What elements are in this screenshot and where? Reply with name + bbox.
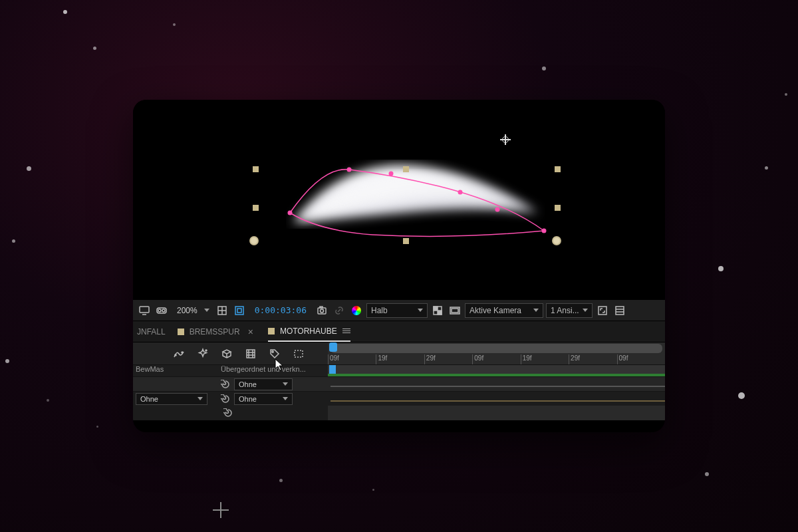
monitor-icon[interactable] bbox=[137, 303, 152, 318]
ruler-tick-label: 09f bbox=[617, 354, 665, 364]
chevron-down-icon bbox=[418, 309, 423, 312]
ruler-tick-label: 29f bbox=[424, 354, 472, 364]
transform-corner-handle[interactable] bbox=[249, 236, 259, 245]
resolution-dropdown[interactable]: Halb bbox=[366, 303, 428, 318]
resolution-value: Halb bbox=[371, 306, 388, 315]
parent-value: Ohne bbox=[239, 380, 257, 388]
graph-editor-icon[interactable] bbox=[173, 348, 185, 360]
pickwhip-icon[interactable] bbox=[221, 394, 230, 404]
tab-label: JNFALL bbox=[137, 327, 166, 336]
svg-rect-21 bbox=[438, 311, 442, 315]
filmstrip-icon[interactable] bbox=[245, 348, 257, 360]
close-icon[interactable]: × bbox=[245, 327, 256, 337]
chevron-down-icon bbox=[583, 309, 588, 312]
track-matte-value: Ohne bbox=[140, 395, 158, 403]
svg-rect-24 bbox=[598, 307, 606, 315]
safe-zones-icon[interactable] bbox=[448, 303, 462, 318]
parent-dropdown[interactable]: Ohne bbox=[234, 378, 293, 390]
region-icon[interactable] bbox=[293, 348, 305, 360]
parent-dropdown[interactable]: Ohne bbox=[234, 393, 293, 405]
track-matte-dropdown[interactable]: Ohne bbox=[136, 393, 207, 405]
svg-rect-23 bbox=[452, 309, 458, 313]
tag-icon[interactable] bbox=[269, 348, 281, 360]
channels-icon[interactable] bbox=[612, 303, 627, 318]
after-effects-window: 200% 0:00:03:06 Halb Aktive Kamera 1 Ans… bbox=[133, 100, 665, 432]
svg-point-36 bbox=[272, 350, 273, 352]
crosshair-decoration bbox=[213, 502, 229, 518]
work-area-bar[interactable] bbox=[331, 344, 662, 353]
layer-duration-bar[interactable] bbox=[331, 400, 665, 402]
camera-dropdown[interactable]: Aktive Kamera bbox=[465, 303, 543, 318]
camera-value: Aktive Kamera bbox=[469, 306, 521, 315]
time-ruler[interactable]: 09f 19f 29f 09f 19f 29f 09f bbox=[328, 342, 665, 364]
ruler-tick-label: 19f bbox=[376, 354, 424, 364]
timeline-column-headers: BewMas Übergeordnet und verkn... bbox=[133, 364, 665, 376]
playhead[interactable] bbox=[329, 342, 337, 352]
svg-point-30 bbox=[205, 350, 207, 351]
svg-rect-25 bbox=[616, 307, 624, 315]
comp-color-swatch bbox=[178, 329, 184, 335]
layer-row[interactable]: Ohne bbox=[133, 376, 665, 391]
track-header-area bbox=[328, 365, 665, 376]
views-dropdown[interactable]: 1 Ansi... bbox=[546, 303, 593, 318]
zoom-dropdown[interactable]: 200% bbox=[172, 306, 212, 315]
pickwhip-icon[interactable] bbox=[223, 408, 233, 418]
svg-rect-20 bbox=[434, 307, 438, 311]
transform-handle[interactable] bbox=[555, 205, 561, 211]
timeline-footer bbox=[133, 406, 665, 420]
svg-rect-37 bbox=[295, 350, 303, 357]
cached-frames-bar bbox=[328, 374, 665, 376]
composition-viewport[interactable] bbox=[133, 100, 665, 299]
views-value: 1 Ansi... bbox=[551, 306, 579, 315]
transparency-grid-icon[interactable] bbox=[430, 303, 445, 318]
ruler-tick-label: 09f bbox=[472, 354, 520, 364]
mask-bounds-icon[interactable] bbox=[232, 303, 247, 318]
column-header-motion-blur[interactable]: BewMas bbox=[133, 365, 218, 376]
svg-rect-14 bbox=[235, 307, 243, 315]
layer-content bbox=[286, 160, 545, 239]
chevron-down-icon bbox=[204, 309, 209, 312]
tab-motorhaube[interactable]: MOTORHAUBE bbox=[268, 321, 350, 342]
transform-handle[interactable] bbox=[253, 205, 259, 211]
vr-goggles-icon[interactable] bbox=[154, 303, 169, 318]
camera-snapshot-icon[interactable] bbox=[315, 303, 329, 318]
current-timecode[interactable]: 0:00:03:06 bbox=[249, 305, 312, 315]
transform-handle[interactable] bbox=[253, 166, 259, 172]
cube-icon[interactable] bbox=[221, 348, 233, 360]
svg-rect-15 bbox=[237, 309, 241, 313]
svg-rect-6 bbox=[140, 307, 149, 313]
grid-icon[interactable] bbox=[215, 303, 229, 318]
transform-handle[interactable] bbox=[403, 166, 409, 172]
layer-row[interactable]: Ohne Ohne bbox=[133, 391, 665, 406]
column-header-parent[interactable]: Übergeordnet und verkn... bbox=[218, 365, 328, 376]
transform-corner-handle[interactable] bbox=[552, 236, 561, 245]
chevron-down-icon bbox=[198, 397, 203, 400]
layer-duration-bar[interactable] bbox=[331, 386, 665, 387]
ruler-tick-label: 19f bbox=[521, 354, 569, 364]
ruler-tick-label: 09f bbox=[328, 354, 376, 364]
svg-rect-31 bbox=[247, 350, 255, 358]
chevron-down-icon bbox=[283, 382, 288, 386]
anchor-point-icon[interactable] bbox=[500, 134, 511, 145]
tab-bremsspur[interactable]: BREMSSPUR × bbox=[178, 321, 256, 342]
tab-unfall[interactable]: JNFALL bbox=[137, 321, 166, 342]
composition-tabs: JNFALL BREMSSPUR × MOTORHAUBE bbox=[133, 321, 665, 342]
chevron-down-icon bbox=[283, 397, 288, 400]
transform-handle[interactable] bbox=[555, 166, 561, 172]
pickwhip-icon[interactable] bbox=[221, 380, 230, 389]
zoom-value: 200% bbox=[174, 306, 200, 315]
svg-point-10 bbox=[162, 309, 165, 312]
link-icon[interactable] bbox=[332, 303, 346, 318]
panel-menu-icon[interactable] bbox=[342, 329, 350, 333]
comp-color-swatch bbox=[268, 328, 275, 334]
color-wheel-icon[interactable] bbox=[349, 303, 364, 318]
ruler-ticks: 09f 19f 29f 09f 19f 29f 09f bbox=[328, 354, 665, 364]
timeline-header: 09f 19f 29f 09f 19f 29f 09f bbox=[133, 342, 665, 364]
new-layer-icon[interactable] bbox=[197, 348, 209, 360]
viewer-toolbar: 200% 0:00:03:06 Halb Aktive Kamera 1 Ans… bbox=[133, 299, 665, 321]
ruler-tick-label: 29f bbox=[569, 354, 616, 364]
transform-handle[interactable] bbox=[403, 238, 409, 244]
tab-label: BREMSSPUR bbox=[190, 327, 240, 336]
fit-icon[interactable] bbox=[595, 303, 610, 318]
tab-label: MOTORHAUBE bbox=[280, 327, 337, 336]
